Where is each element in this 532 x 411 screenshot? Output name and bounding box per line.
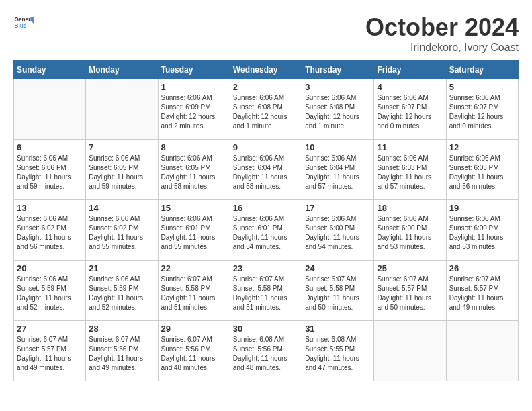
day-info: Sunrise: 6:07 AM Sunset: 5:56 PM Dayligh… <box>89 335 154 373</box>
day-number: 30 <box>233 324 299 334</box>
day-info: Sunrise: 6:07 AM Sunset: 5:58 PM Dayligh… <box>161 275 227 312</box>
week-row-2: 6Sunrise: 6:06 AM Sunset: 6:06 PM Daylig… <box>14 140 519 200</box>
calendar-cell: 9Sunrise: 6:06 AM Sunset: 6:04 PM Daylig… <box>230 140 302 200</box>
calendar-cell: 21Sunrise: 6:06 AM Sunset: 5:59 PM Dayli… <box>86 261 158 321</box>
day-info: Sunrise: 6:06 AM Sunset: 6:08 PM Dayligh… <box>305 93 371 131</box>
day-info: Sunrise: 6:06 AM Sunset: 6:04 PM Dayligh… <box>233 154 299 191</box>
calendar-cell: 29Sunrise: 6:07 AM Sunset: 5:56 PM Dayli… <box>158 321 230 381</box>
day-number: 12 <box>449 142 515 152</box>
calendar-cell: 30Sunrise: 6:08 AM Sunset: 5:56 PM Dayli… <box>230 321 302 381</box>
calendar-cell: 23Sunrise: 6:07 AM Sunset: 5:58 PM Dayli… <box>230 261 302 321</box>
day-number: 17 <box>305 203 371 213</box>
calendar-cell: 28Sunrise: 6:07 AM Sunset: 5:56 PM Dayli… <box>86 321 158 381</box>
logo: General Blue <box>13 13 34 34</box>
day-info: Sunrise: 6:06 AM Sunset: 6:00 PM Dayligh… <box>305 214 371 252</box>
day-number: 26 <box>449 263 515 273</box>
calendar-cell: 1Sunrise: 6:06 AM Sunset: 6:09 PM Daylig… <box>158 79 230 140</box>
calendar-cell: 25Sunrise: 6:07 AM Sunset: 5:57 PM Dayli… <box>374 261 446 321</box>
day-number: 18 <box>377 203 443 213</box>
day-info: Sunrise: 6:08 AM Sunset: 5:55 PM Dayligh… <box>305 335 371 373</box>
calendar-cell: 6Sunrise: 6:06 AM Sunset: 6:06 PM Daylig… <box>14 140 86 200</box>
day-info: Sunrise: 6:06 AM Sunset: 6:01 PM Dayligh… <box>161 214 227 252</box>
day-info: Sunrise: 6:07 AM Sunset: 5:57 PM Dayligh… <box>377 275 443 312</box>
calendar-cell: 8Sunrise: 6:06 AM Sunset: 6:05 PM Daylig… <box>158 140 230 200</box>
day-info: Sunrise: 6:06 AM Sunset: 5:59 PM Dayligh… <box>17 275 83 312</box>
calendar-cell: 31Sunrise: 6:08 AM Sunset: 5:55 PM Dayli… <box>302 321 374 381</box>
calendar-cell: 5Sunrise: 6:06 AM Sunset: 6:07 PM Daylig… <box>446 79 518 140</box>
calendar-cell: 10Sunrise: 6:06 AM Sunset: 6:04 PM Dayli… <box>302 140 374 200</box>
day-number: 7 <box>89 142 154 152</box>
day-info: Sunrise: 6:06 AM Sunset: 6:07 PM Dayligh… <box>449 93 515 131</box>
day-number: 2 <box>233 82 299 92</box>
calendar-cell: 13Sunrise: 6:06 AM Sunset: 6:02 PM Dayli… <box>14 200 86 261</box>
day-info: Sunrise: 6:06 AM Sunset: 6:00 PM Dayligh… <box>449 214 515 252</box>
calendar-cell <box>14 79 86 140</box>
title-section: October 2024 Irindekoro, Ivory Coast <box>365 13 519 54</box>
day-number: 11 <box>377 142 443 152</box>
day-number: 20 <box>17 263 83 273</box>
calendar-cell: 3Sunrise: 6:06 AM Sunset: 6:08 PM Daylig… <box>302 79 374 140</box>
calendar-cell: 24Sunrise: 6:07 AM Sunset: 5:58 PM Dayli… <box>302 261 374 321</box>
day-number: 19 <box>449 203 515 213</box>
weekday-header-sunday: Sunday <box>14 61 86 79</box>
calendar-cell: 18Sunrise: 6:06 AM Sunset: 6:00 PM Dayli… <box>374 200 446 261</box>
day-info: Sunrise: 6:07 AM Sunset: 5:58 PM Dayligh… <box>305 275 371 312</box>
day-info: Sunrise: 6:06 AM Sunset: 5:59 PM Dayligh… <box>89 275 154 312</box>
day-number: 6 <box>17 142 83 152</box>
calendar-cell: 4Sunrise: 6:06 AM Sunset: 6:07 PM Daylig… <box>374 79 446 140</box>
weekday-header-tuesday: Tuesday <box>158 61 230 79</box>
calendar-cell: 26Sunrise: 6:07 AM Sunset: 5:57 PM Dayli… <box>446 261 518 321</box>
calendar-cell <box>446 321 518 381</box>
day-number: 24 <box>305 263 371 273</box>
week-row-1: 1Sunrise: 6:06 AM Sunset: 6:09 PM Daylig… <box>14 79 519 140</box>
day-number: 3 <box>305 82 371 92</box>
week-row-4: 20Sunrise: 6:06 AM Sunset: 5:59 PM Dayli… <box>14 261 519 321</box>
day-info: Sunrise: 6:06 AM Sunset: 6:09 PM Dayligh… <box>161 93 227 131</box>
calendar-cell: 17Sunrise: 6:06 AM Sunset: 6:00 PM Dayli… <box>302 200 374 261</box>
calendar: SundayMondayTuesdayWednesdayThursdayFrid… <box>13 60 519 381</box>
calendar-cell: 27Sunrise: 6:07 AM Sunset: 5:57 PM Dayli… <box>14 321 86 381</box>
day-number: 9 <box>233 142 299 152</box>
calendar-cell: 19Sunrise: 6:06 AM Sunset: 6:00 PM Dayli… <box>446 200 518 261</box>
day-info: Sunrise: 6:07 AM Sunset: 5:56 PM Dayligh… <box>161 335 227 373</box>
calendar-cell: 2Sunrise: 6:06 AM Sunset: 6:08 PM Daylig… <box>230 79 302 140</box>
day-number: 28 <box>89 324 154 334</box>
day-number: 21 <box>89 263 154 273</box>
day-info: Sunrise: 6:06 AM Sunset: 6:06 PM Dayligh… <box>17 154 83 191</box>
day-info: Sunrise: 6:07 AM Sunset: 5:57 PM Dayligh… <box>449 275 515 312</box>
weekday-header-thursday: Thursday <box>302 61 374 79</box>
day-number: 31 <box>305 324 371 334</box>
day-number: 23 <box>233 263 299 273</box>
calendar-cell <box>86 79 158 140</box>
svg-text:Blue: Blue <box>15 23 27 29</box>
day-info: Sunrise: 6:06 AM Sunset: 6:04 PM Dayligh… <box>305 154 371 191</box>
weekday-header-friday: Friday <box>374 61 446 79</box>
day-info: Sunrise: 6:06 AM Sunset: 6:01 PM Dayligh… <box>233 214 299 252</box>
week-row-5: 27Sunrise: 6:07 AM Sunset: 5:57 PM Dayli… <box>14 321 519 381</box>
day-number: 25 <box>377 263 443 273</box>
day-info: Sunrise: 6:06 AM Sunset: 6:02 PM Dayligh… <box>17 214 83 252</box>
day-info: Sunrise: 6:07 AM Sunset: 5:58 PM Dayligh… <box>233 275 299 312</box>
calendar-cell: 11Sunrise: 6:06 AM Sunset: 6:03 PM Dayli… <box>374 140 446 200</box>
day-info: Sunrise: 6:06 AM Sunset: 6:08 PM Dayligh… <box>233 93 299 131</box>
day-number: 13 <box>17 203 83 213</box>
day-info: Sunrise: 6:06 AM Sunset: 6:05 PM Dayligh… <box>161 154 227 191</box>
day-number: 15 <box>161 203 227 213</box>
generalblue-icon: General Blue <box>13 13 34 34</box>
day-number: 22 <box>161 263 227 273</box>
day-number: 4 <box>377 82 443 92</box>
day-number: 27 <box>17 324 83 334</box>
day-number: 10 <box>305 142 371 152</box>
calendar-cell: 7Sunrise: 6:06 AM Sunset: 6:05 PM Daylig… <box>86 140 158 200</box>
weekday-header-saturday: Saturday <box>446 61 518 79</box>
calendar-cell: 12Sunrise: 6:06 AM Sunset: 6:03 PM Dayli… <box>446 140 518 200</box>
calendar-cell: 22Sunrise: 6:07 AM Sunset: 5:58 PM Dayli… <box>158 261 230 321</box>
day-info: Sunrise: 6:06 AM Sunset: 6:03 PM Dayligh… <box>449 154 515 191</box>
day-number: 5 <box>449 82 515 92</box>
month-title: October 2024 <box>365 13 519 42</box>
day-info: Sunrise: 6:06 AM Sunset: 6:07 PM Dayligh… <box>377 93 443 131</box>
location-title: Irindekoro, Ivory Coast <box>365 42 519 54</box>
weekday-header-monday: Monday <box>86 61 158 79</box>
day-info: Sunrise: 6:06 AM Sunset: 6:00 PM Dayligh… <box>377 214 443 252</box>
day-number: 16 <box>233 203 299 213</box>
